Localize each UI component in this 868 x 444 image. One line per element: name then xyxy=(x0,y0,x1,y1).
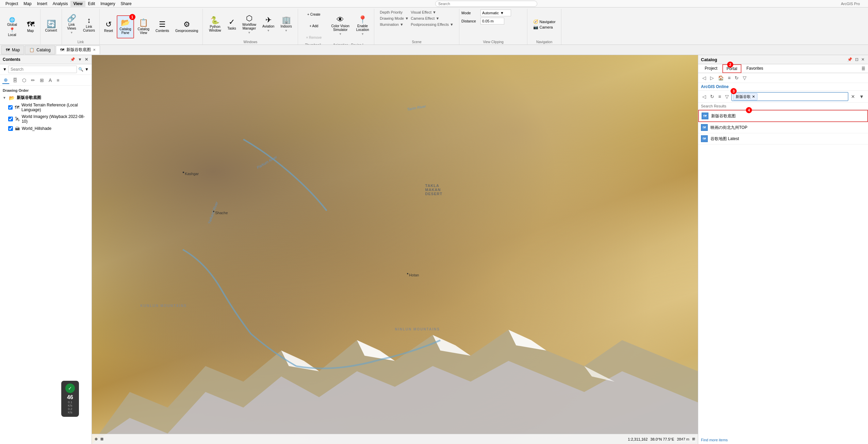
layer-hillshade[interactable]: 🏔 World_Hillshade xyxy=(0,125,92,132)
btn-python-window[interactable]: 🐍 PythonWindow xyxy=(207,13,224,36)
btn-camera[interactable]: 📷 Camera xyxy=(533,25,553,30)
visual-effect-label[interactable]: Visual Effect ▼ xyxy=(411,10,436,14)
ribbon-group-panes: ↺ Reset 📂 CatalogPane 1 📋 CatalogView ☰ … xyxy=(100,9,203,45)
tab-xinban[interactable]: 🗺 新版谷歌底图 ✕ xyxy=(56,46,100,54)
result-xinban[interactable]: 🗺 新版谷歌底图 xyxy=(698,110,868,122)
catalog-search-input[interactable] xyxy=(759,93,847,100)
postprocessing-label[interactable]: Postprocessing Effects ▼ xyxy=(411,22,454,27)
global-search-input[interactable] xyxy=(435,1,537,7)
btn-catalog-pane[interactable]: 📂 CatalogPane 1 xyxy=(117,15,134,38)
btn-link-views[interactable]: 🔗 LinkViews ▼ xyxy=(64,13,79,36)
layer-hillshade-checkbox[interactable] xyxy=(8,126,13,131)
tool-pencil[interactable]: ✏ xyxy=(29,76,37,84)
layer-terrain-checkbox[interactable] xyxy=(8,105,13,110)
find-more-link[interactable]: Find more items xyxy=(698,436,868,444)
catalog-auto-icon[interactable]: ⊡ xyxy=(854,56,859,63)
btn-enable-location[interactable]: 📍 EnableLocation ▼ xyxy=(353,14,372,37)
btn-local[interactable]: 📍 Local xyxy=(3,27,21,37)
tab-favorites[interactable]: Favorites xyxy=(743,64,767,73)
contents-search-bar: ▼ 🔍 ▼ xyxy=(0,64,92,75)
btn-link-cursors[interactable]: ↕ LinkCursors xyxy=(81,13,97,36)
menu-analysis[interactable]: Analysis xyxy=(50,1,71,7)
map-scale: 1:2,311,162 xyxy=(628,437,648,441)
layer-terrain[interactable]: 🗺 World Terrain Reference (Local Languag… xyxy=(0,102,92,113)
distance-input[interactable]: 0.05 m xyxy=(480,18,504,24)
tool-annotation[interactable]: A xyxy=(47,76,53,84)
search-back-icon[interactable]: ◁ xyxy=(701,93,707,100)
tab-catalog[interactable]: 📋 Catalog xyxy=(25,46,55,54)
search-dropdown-icon[interactable]: ▼ xyxy=(85,67,89,72)
result-guge[interactable]: 🗺 谷歌地图 Latest xyxy=(698,133,868,144)
menu-imagery[interactable]: Imagery xyxy=(98,1,118,7)
search-list2-icon[interactable]: ≡ xyxy=(717,93,722,100)
catalog-close-icon[interactable]: ✕ xyxy=(861,56,865,63)
menu-insert[interactable]: Insert xyxy=(34,1,50,7)
illumination-label[interactable]: Illumination ▼ xyxy=(380,22,409,27)
search-clear-icon[interactable]: ✕ xyxy=(850,93,856,100)
catalog-refresh-icon[interactable]: ↻ xyxy=(733,74,740,81)
btn-catalog-view[interactable]: 📋 CatalogView xyxy=(135,15,152,38)
btn-add[interactable]: + Add xyxy=(300,20,327,31)
tool-list[interactable]: ≡ xyxy=(55,76,61,84)
layer-group-xinban[interactable]: ▼ 📂 新版谷歌底图 xyxy=(0,94,92,102)
contents-close-icon[interactable]: ✕ xyxy=(84,56,89,63)
catalog-back-icon[interactable]: ◁ xyxy=(701,74,707,81)
tab-project[interactable]: Project xyxy=(701,64,721,73)
view-tabs: 🗺 Map 📋 Catalog 🗺 新版谷歌底图 ✕ xyxy=(0,45,868,55)
camera-effect-label[interactable]: Camera Effect ▼ xyxy=(411,16,439,20)
btn-contents[interactable]: ☰ Contents xyxy=(153,15,171,38)
menu-map[interactable]: Map xyxy=(21,1,34,7)
btn-workflow[interactable]: ⬡ WorkflowManager ▼ xyxy=(240,13,259,36)
btn-map[interactable]: 🗺 Map xyxy=(23,16,38,38)
catalog-search-box[interactable]: 新版谷歌 ✕ xyxy=(732,92,848,101)
btn-tasks[interactable]: ✓ Tasks xyxy=(225,13,239,36)
btn-reset[interactable]: ↺ Reset xyxy=(102,15,115,38)
catalog-menu-btn[interactable]: ☰ xyxy=(862,64,865,73)
map-area[interactable]: Parkum River Yarkand River Tarim River K… xyxy=(92,55,698,444)
result-eiga[interactable]: 🗺 映画の街北九州TOP xyxy=(698,122,868,133)
btn-create[interactable]: + Create xyxy=(300,9,327,20)
catalog-filter-icon[interactable]: ▽ xyxy=(741,74,748,81)
btn-convert[interactable]: 🔄 Convert xyxy=(43,15,60,38)
menu-project[interactable]: Project xyxy=(3,1,21,7)
map-zoom-btn[interactable]: ⊕ xyxy=(95,437,98,441)
btn-global[interactable]: 🌐 Global xyxy=(3,17,21,27)
tab-close-xinban[interactable]: ✕ xyxy=(93,48,96,52)
search-refresh-icon[interactable]: ↻ xyxy=(709,93,716,100)
map-extent-btn[interactable]: ⊠ xyxy=(100,437,103,441)
map-layout-btn[interactable]: ⊞ xyxy=(692,437,695,441)
catalog-list-icon[interactable]: ≡ xyxy=(726,74,732,81)
btn-aviation[interactable]: ✈ Aviation ▼ xyxy=(260,13,277,36)
tool-table[interactable]: ⊞ xyxy=(38,76,46,84)
contents-menu-icon[interactable]: ▼ xyxy=(77,56,83,63)
tab-map[interactable]: 🗺 Map xyxy=(1,46,24,54)
search-results-label: Search Results xyxy=(698,103,868,110)
ribbon-group-link: 🔗 LinkViews ▼ ↕ LinkCursors Link xyxy=(62,9,100,45)
menu-edit[interactable]: Edit xyxy=(85,1,98,7)
search-dropdown2-icon[interactable]: ▼ xyxy=(858,93,865,100)
catalog-forward-icon[interactable]: ▷ xyxy=(709,74,715,81)
ribbon-group-scene: Depth Priority Visual Effect ▼ Drawing M… xyxy=(374,9,459,45)
tool-add-layer[interactable]: ⊕ xyxy=(2,76,10,84)
layer-imagery-checkbox[interactable] xyxy=(8,117,13,121)
mode-dropdown[interactable]: Automatic ▼ xyxy=(480,10,511,16)
drawing-mode-label[interactable]: Drawing Mode ▼ xyxy=(380,16,409,20)
btn-color-vision[interactable]: 👁 Color VisionSimulator ▼ xyxy=(329,14,352,37)
contents-pin-icon[interactable]: 📌 xyxy=(69,56,76,63)
search-tag[interactable]: 新版谷歌 ✕ xyxy=(733,93,757,100)
btn-indoors[interactable]: 🏢 Indoors ▼ xyxy=(278,13,294,36)
tool-polygon[interactable]: ⬡ xyxy=(20,76,28,84)
svg-marker-0 xyxy=(92,330,698,444)
menu-view[interactable]: View xyxy=(70,1,85,7)
btn-geoprocessing[interactable]: ⚙ Geoprocessing xyxy=(173,15,200,38)
btn-navigator[interactable]: 🧭 Navigator xyxy=(533,19,556,24)
search-icon[interactable]: 🔍 xyxy=(78,67,83,72)
tool-database[interactable]: 🗄 xyxy=(11,76,19,84)
btn-remove[interactable]: × Remove xyxy=(300,32,327,43)
menu-share[interactable]: Share xyxy=(118,1,134,7)
catalog-home-icon[interactable]: 🏠 xyxy=(717,74,725,81)
layer-imagery[interactable]: 🛰 World Imagery (Wayback 2022-08-10) xyxy=(0,113,92,125)
catalog-pin-icon[interactable]: 📌 xyxy=(847,56,853,63)
search-filter2-icon[interactable]: ▽ xyxy=(724,93,730,100)
contents-search-input[interactable] xyxy=(8,66,77,73)
